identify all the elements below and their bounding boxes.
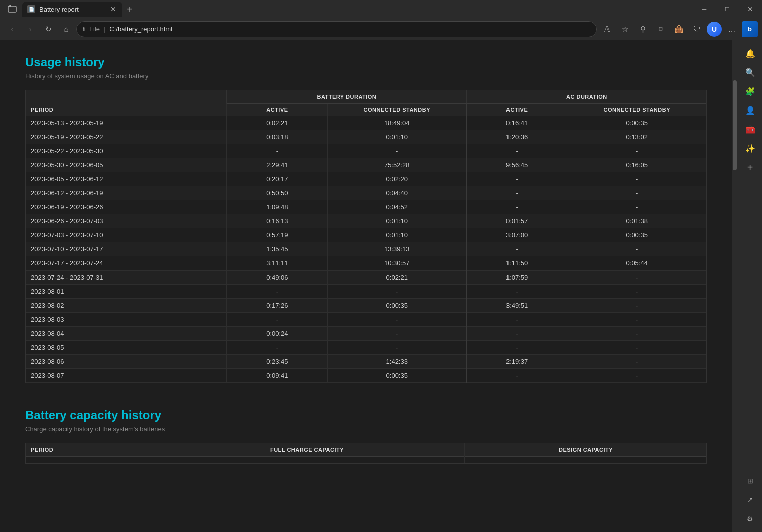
table-row: 2023-05-19 - 2023-05-22 0:03:18 0:01:10 … <box>26 130 706 144</box>
ac-active-cell: - <box>466 369 567 383</box>
ac-active-cell: - <box>466 144 567 158</box>
ac-active-cell: - <box>466 200 567 214</box>
period-cell: 2023-05-22 - 2023-05-30 <box>26 144 227 158</box>
ac-active-cell: - <box>466 285 567 299</box>
copilot-sidebar-icon[interactable]: ✨ <box>741 139 759 157</box>
ac-standby-cell: - <box>567 242 706 256</box>
bat-standby-cell: 10:30:57 <box>327 256 466 271</box>
split-screen-sidebar-icon[interactable]: ⊞ <box>741 472 759 490</box>
table-row: 2023-06-12 - 2023-06-19 0:50:50 0:04:40 … <box>26 186 706 200</box>
usage-table: BATTERY DURATION AC DURATION PERIOD ACTI… <box>26 90 706 383</box>
period-cell: 2023-08-01 <box>26 285 227 299</box>
ac-standby-cell: - <box>567 186 706 200</box>
home-button[interactable]: ⌂ <box>58 21 74 37</box>
ac-standby-cell: - <box>567 355 706 369</box>
tab-page-icon: 📄 <box>27 5 35 13</box>
bat-standby-cell: 0:01:10 <box>327 130 466 144</box>
ac-standby-cell: 0:16:05 <box>567 158 706 172</box>
open-external-sidebar-icon[interactable]: ↗ <box>741 491 759 509</box>
cap-full-charge-cell <box>149 457 464 463</box>
usage-title: Usage history <box>25 55 707 69</box>
ac-active-cell: 9:56:45 <box>466 158 567 172</box>
scrollbar-thumb[interactable] <box>733 80 737 170</box>
maximize-button[interactable]: ☐ <box>716 0 739 18</box>
favorites-icon[interactable]: ☆ <box>617 21 633 37</box>
bing-copilot-button[interactable]: b <box>742 21 758 37</box>
ac-active-cell: - <box>466 172 567 186</box>
table-row: 2023-07-24 - 2023-07-31 0:49:06 0:02:21 … <box>26 271 706 285</box>
settings-sidebar-icon[interactable]: ⚙ <box>741 510 759 528</box>
profile-sidebar-icon[interactable]: 👤 <box>741 101 759 119</box>
period-cell: 2023-05-30 - 2023-06-05 <box>26 158 227 172</box>
ac-active-cell: 3:49:51 <box>466 299 567 313</box>
table-row <box>26 457 706 463</box>
add-sidebar-icon[interactable]: + <box>741 158 759 176</box>
table-row: 2023-05-30 - 2023-06-05 2:29:41 75:52:28… <box>26 158 706 172</box>
period-cell: 2023-08-02 <box>26 299 227 313</box>
bat-standby-cell: - <box>327 327 466 341</box>
back-button[interactable]: ‹ <box>4 21 20 37</box>
read-aloud-icon[interactable]: 𝔸 <box>599 21 615 37</box>
cap-col-full-charge: FULL CHARGE CAPACITY <box>149 443 464 457</box>
web-capture-icon[interactable]: ⚲ <box>635 21 651 37</box>
ac-active-cell: - <box>466 313 567 327</box>
bat-active-cell: 0:49:06 <box>227 271 328 285</box>
bat-standby-cell: 0:01:10 <box>327 214 466 228</box>
tab-title: Battery report <box>39 6 105 13</box>
col-period: PERIOD <box>26 104 227 116</box>
forward-button[interactable]: › <box>22 21 38 37</box>
battery-group-header: BATTERY DURATION <box>227 90 467 104</box>
browser-menu-button[interactable]: … <box>724 21 740 37</box>
browser-wallet-icon[interactable]: 👜 <box>671 21 687 37</box>
user-profile-button[interactable]: U <box>707 22 722 37</box>
table-row: 2023-08-06 0:23:45 1:42:33 2:19:37 - <box>26 355 706 369</box>
browser-security-icon[interactable]: 🛡 <box>689 21 705 37</box>
notifications-icon[interactable]: 🔔 <box>741 44 759 62</box>
table-row: 2023-08-07 0:09:41 0:00:35 - - <box>26 369 706 383</box>
cap-design-cell <box>465 457 706 463</box>
period-cell: 2023-07-24 - 2023-07-31 <box>26 271 227 285</box>
bat-active-cell: - <box>227 144 328 158</box>
capacity-table-container: PERIOD FULL CHARGE CAPACITY DESIGN CAPAC… <box>25 443 707 464</box>
col-bat-standby: CONNECTED STANDBY <box>327 104 466 116</box>
tab-close-button[interactable]: ✕ <box>109 5 117 13</box>
window-controls: ─ ☐ ✕ <box>693 0 762 18</box>
capacity-section: Battery capacity history Charge capacity… <box>25 408 707 464</box>
close-button[interactable]: ✕ <box>739 0 762 18</box>
usage-table-container: BATTERY DURATION AC DURATION PERIOD ACTI… <box>25 90 707 383</box>
capacity-title: Battery capacity history <box>25 408 707 422</box>
bat-standby-cell: - <box>327 313 466 327</box>
capacity-subtitle: Charge capacity history of the system's … <box>25 425 707 433</box>
toolbox-sidebar-icon[interactable]: 🧰 <box>741 120 759 138</box>
usage-subtitle: History of system usage on AC and batter… <box>25 72 707 80</box>
scrollbar[interactable] <box>732 40 738 532</box>
address-bar[interactable]: ℹ File | C:/battery_report.html <box>76 21 597 37</box>
minimize-button[interactable]: ─ <box>693 0 716 18</box>
ac-active-cell: 2:19:37 <box>466 355 567 369</box>
ac-active-cell: 0:01:57 <box>466 214 567 228</box>
ac-standby-cell: - <box>567 144 706 158</box>
group-header-row: BATTERY DURATION AC DURATION <box>26 90 706 104</box>
col-bat-active: ACTIVE <box>227 104 328 116</box>
ac-active-cell: 1:07:59 <box>466 271 567 285</box>
period-cell: 2023-07-17 - 2023-07-24 <box>26 256 227 271</box>
bat-active-cell: 1:35:45 <box>227 242 328 256</box>
period-cell: 2023-06-19 - 2023-06-26 <box>26 200 227 214</box>
extensions-sidebar-icon[interactable]: 🧩 <box>741 82 759 100</box>
split-screen-toolbar-icon[interactable]: ⧉ <box>653 21 669 37</box>
search-sidebar-icon[interactable]: 🔍 <box>741 63 759 81</box>
bat-standby-cell: - <box>327 285 466 299</box>
right-sidebar: 🔔 🔍 🧩 👤 🧰 ✨ + ⊞ ↗ ⚙ <box>738 40 762 532</box>
svg-rect-1 <box>9 5 11 7</box>
active-tab[interactable]: 📄 Battery report ✕ <box>22 2 122 17</box>
period-cell: 2023-08-04 <box>26 327 227 341</box>
ac-standby-cell: - <box>567 369 706 383</box>
new-tab-button[interactable]: + <box>122 0 137 18</box>
refresh-button[interactable]: ↻ <box>40 21 56 37</box>
ac-standby-cell: 0:00:35 <box>567 116 706 130</box>
cap-period-cell <box>26 457 149 463</box>
table-row: 2023-08-05 - - - - <box>26 341 706 355</box>
period-cell: 2023-07-03 - 2023-07-10 <box>26 228 227 242</box>
ac-active-cell: - <box>466 341 567 355</box>
bat-standby-cell: - <box>327 144 466 158</box>
